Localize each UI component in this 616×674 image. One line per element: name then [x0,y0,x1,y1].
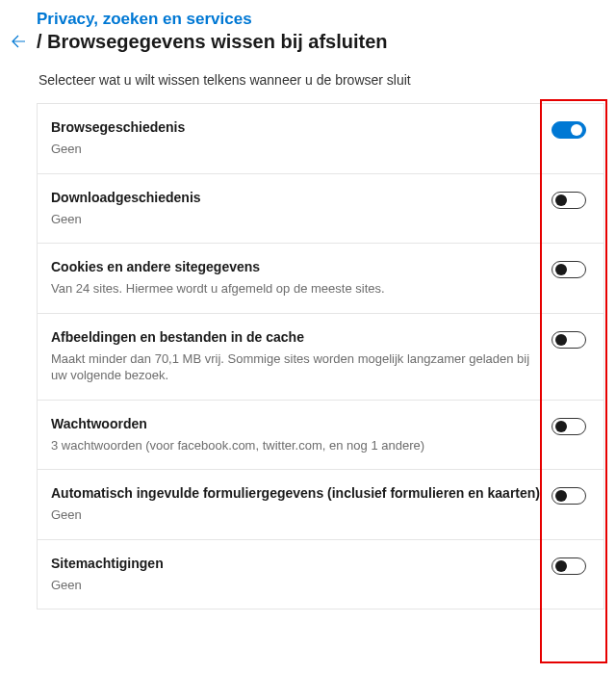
row-site-permissions: Sitemachtigingen Geen [38,539,603,609]
row-download-history: Downloadgeschiedenis Geen [38,173,603,244]
settings-list: Browsegeschiedenis Geen Downloadgeschied… [37,103,604,609]
back-arrow-icon[interactable] [10,33,27,50]
toggle-cookies[interactable] [552,261,586,278]
row-title: Sitemachtigingen [51,556,544,571]
row-description: Geen [51,506,544,524]
row-passwords: Wachtwoorden 3 wachtwoorden (voor facebo… [38,400,603,470]
row-description: Geen [51,141,544,158]
row-title: Cookies en andere sitegegevens [51,259,544,274]
page-title: / Browsegegevens wissen bij afsluiten [37,31,388,53]
toggle-passwords[interactable] [552,418,586,435]
row-title: Downloadgeschiedenis [51,190,544,205]
row-description: Van 24 sites. Hiermee wordt u afgemeld o… [51,280,544,298]
breadcrumb[interactable]: Privacy, zoeken en services [37,10,388,29]
row-title: Automatisch ingevulde formuliergegevens … [51,485,544,501]
toggle-download-history[interactable] [552,192,586,209]
row-description: Geen [51,211,544,228]
row-cached-images: Afbeeldingen en bestanden in de cache Ma… [38,313,603,400]
toggle-site-permissions[interactable] [552,557,586,575]
row-description: Geen [51,577,544,594]
toggle-cached-images[interactable] [552,331,586,349]
row-title: Wachtwoorden [51,416,544,431]
row-autofill: Automatisch ingevulde formuliergegevens … [38,469,603,539]
toggle-autofill[interactable] [552,487,586,505]
row-browsing-history: Browsegeschiedenis Geen [38,103,603,173]
row-description: Maakt minder dan 70,1 MB vrij. Sommige s… [51,350,544,384]
row-title: Browsegeschiedenis [51,119,544,135]
toggle-browsing-history[interactable] [552,121,586,139]
page-subtitle: Selecteer wat u wilt wissen telkens wann… [38,72,616,88]
row-cookies: Cookies en andere sitegegevens Van 24 si… [38,243,603,313]
row-description: 3 wachtwoorden (voor facebook.com, twitt… [51,437,544,454]
row-title: Afbeeldingen en bestanden in de cache [51,329,544,345]
